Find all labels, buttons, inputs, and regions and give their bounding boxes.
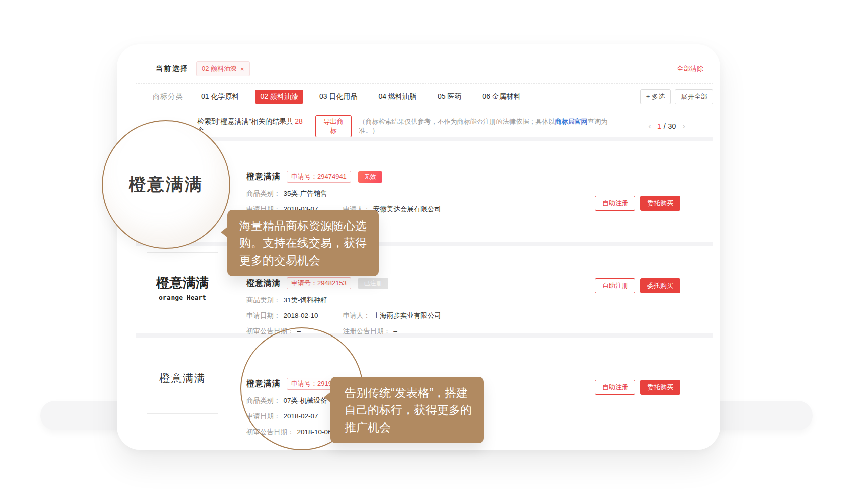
apply-date-value: 2018-02-10 <box>284 312 318 319</box>
category-tab-01[interactable]: 01 化学原料 <box>196 90 244 104</box>
remove-filter-icon[interactable]: × <box>240 65 244 73</box>
total-pages: 30 <box>668 122 676 130</box>
current-selection-label: 当前选择 <box>156 64 188 73</box>
entrust-purchase-button[interactable]: 委托购买 <box>640 278 680 293</box>
applicant-value: 上海雨步实业有限公司 <box>373 312 441 319</box>
clear-all-button[interactable]: 全部清除 <box>677 64 703 73</box>
trademark-name: 橙意满满 <box>246 172 281 182</box>
self-register-button[interactable]: 自助注册 <box>595 278 635 293</box>
results-header: 检索到“橙意满满”相关的结果共28个 导出商标 （商标检索结果仅供参考，不作为商… <box>136 115 713 137</box>
entrust-purchase-button[interactable]: 委托购买 <box>640 380 680 395</box>
application-number-tag: 申请号：29474941 <box>287 171 351 183</box>
pagination: ‹ 1 / 30 › <box>620 115 713 137</box>
trademark-name: 橙意满满 <box>246 278 281 289</box>
next-page-arrow[interactable]: › <box>682 121 685 131</box>
current-page: 1 <box>657 122 661 130</box>
expand-all-button[interactable]: 展开全部 <box>675 89 713 104</box>
category-bar: 商标分类 01 化学原料 02 颜料油漆 03 日化用品 04 燃料油脂 05 … <box>136 84 713 109</box>
selected-filter-tag-label: 02 颜料油漆 <box>202 64 237 73</box>
category-tab-02-active[interactable]: 02 颜料油漆 <box>255 90 303 104</box>
entrust-purchase-button[interactable]: 委托购买 <box>640 196 680 211</box>
category-value: 31类-饲料种籽 <box>284 296 327 304</box>
results-summary-text: 检索到“橙意满满”相关的结果共 <box>197 117 293 125</box>
trademark-image: 橙意满满 <box>147 343 218 414</box>
category-tab-03[interactable]: 03 日化用品 <box>314 90 362 104</box>
filter-bar: 当前选择 02 颜料油漆 × 全部清除 <box>136 54 713 83</box>
applicant-label: 申请人： <box>343 312 370 319</box>
promo-tooltip-promotion: 告别传统“发表格”，搭建 自己的标行，获得更多的 推广机会 <box>330 377 484 443</box>
trademark-office-link[interactable]: 商标局官网 <box>555 118 587 125</box>
reg-notice-label: 注册公告日期： <box>343 327 391 335</box>
category-tab-05[interactable]: 05 医药 <box>433 90 466 104</box>
status-badge: 已注册 <box>358 278 388 289</box>
trademark-image: 橙意满满 orange Heart <box>147 252 218 323</box>
applicant-value: 安徽美达会展有限公司 <box>373 205 441 213</box>
category-value: 35类-广告销售 <box>284 190 327 197</box>
table-row: 橙意满满 orange Heart 橙意满满 申请号：29482153 已注册 … <box>136 246 713 333</box>
promo-tooltip-marketplace: 海量精品商标资源随心选 购。支持在线交易，获得 更多的交易机会 <box>227 210 379 276</box>
magnified-trademark-text: 橙意满满 <box>129 173 203 196</box>
multi-select-button[interactable]: + 多选 <box>640 89 671 104</box>
prev-page-arrow[interactable]: ‹ <box>648 121 651 131</box>
application-number-tag: 申请号：29482153 <box>287 277 351 289</box>
category-tab-06[interactable]: 06 金属材料 <box>477 90 525 104</box>
status-badge: 无效 <box>358 171 382 183</box>
selected-filter-tag[interactable]: 02 颜料油漆 × <box>196 61 250 76</box>
category-tab-04[interactable]: 04 燃料油脂 <box>373 90 421 104</box>
category-label: 商品类别： <box>246 190 281 197</box>
reg-notice-value: – <box>393 327 397 335</box>
category-label: 商品类别： <box>246 296 281 304</box>
apply-date-label: 申请日期： <box>246 312 281 319</box>
page: 当前选择 02 颜料油漆 × 全部清除 商标分类 01 化学原料 02 颜料油漆… <box>0 0 853 504</box>
self-register-button[interactable]: 自助注册 <box>595 380 635 395</box>
magnifier-circle: 橙意满满 <box>102 120 230 249</box>
trademark-image-subtext: orange Heart <box>159 294 206 301</box>
category-bar-label: 商标分类 <box>153 92 183 101</box>
disclaimer-note: （商标检索结果仅供参考，不作为商标能否注册的法律依据；具体以商标局官网查询为准。… <box>359 117 620 135</box>
self-register-button[interactable]: 自助注册 <box>595 196 635 211</box>
results-summary: 检索到“橙意满满”相关的结果共28个 <box>197 117 308 135</box>
export-trademarks-button[interactable]: 导出商标 <box>315 115 352 137</box>
results-count: 28 <box>295 117 303 125</box>
